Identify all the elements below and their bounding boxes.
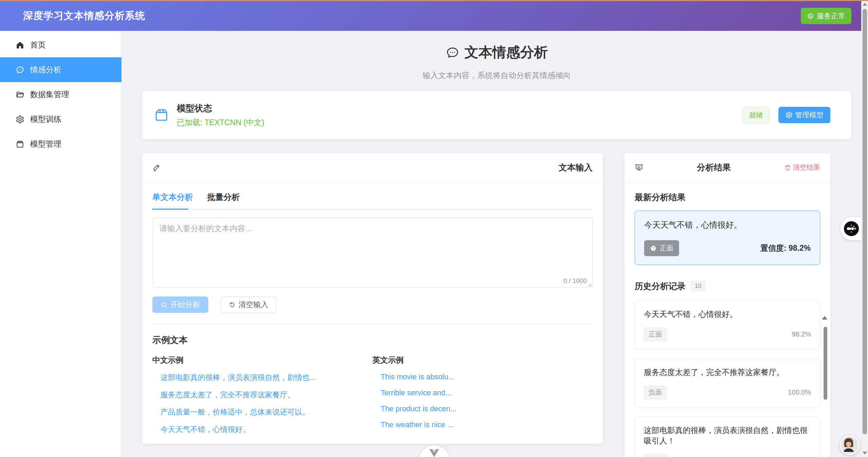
sidebar-item-dataset-management[interactable]: 数据集管理 [0, 82, 121, 107]
model-loaded-text: 已加载: TEXTCNN (中文) [177, 117, 264, 128]
example-link-zh[interactable]: 今天天气不错，心情很好。 [160, 424, 372, 435]
page-scrollbar[interactable] [861, 0, 868, 457]
start-analysis-button[interactable]: 开始分析 [152, 297, 208, 313]
floating-extension-widget[interactable] [841, 217, 862, 240]
scrollbar-down-arrow[interactable] [863, 452, 867, 455]
service-status-badge[interactable]: 服务正常 [801, 8, 851, 24]
history-item-text: 今天天气不错，心情很好。 [644, 309, 811, 320]
input-panel-title: 文本输入 [559, 162, 593, 173]
example-link-en[interactable]: This movie is absolu... [381, 373, 593, 381]
example-link-zh[interactable]: 这部电影真的很棒，演员表演很自然，剧情也... [160, 373, 372, 383]
history-sentiment-tag: 负面 [644, 385, 667, 399]
latest-result-text: 今天天气不错，心情很好。 [644, 220, 811, 230]
results-panel-title: 分析结果 [643, 162, 784, 173]
search-icon [160, 301, 168, 308]
dots-logo-icon [844, 221, 859, 236]
assistant-avatar[interactable] [840, 435, 860, 455]
page-title-text: 文本情感分析 [465, 43, 548, 62]
history-confidence: 100.0% [788, 388, 811, 396]
history-confidence: 98.2% [792, 330, 811, 338]
sidebar-item-model-management[interactable]: 模型管理 [0, 132, 121, 156]
divider [152, 324, 593, 324]
start-analysis-label: 开始分析 [170, 300, 200, 310]
refresh-icon [229, 301, 236, 308]
example-link-zh[interactable]: 服务态度太差了，完全不推荐这家餐厅。 [160, 390, 372, 400]
history-item[interactable]: 今天天气不错，心情很好。 正面 98.2% [635, 301, 820, 350]
chat-icon [446, 46, 459, 59]
connection-icon [807, 13, 814, 20]
service-status-label: 服务正常 [817, 11, 845, 21]
history-list: 今天天气不错，心情很好。 正面 98.2% 服务态度太差了，完全不推荐这家餐厅。… [635, 301, 820, 457]
example-link-en[interactable]: The product is decen... [381, 404, 593, 413]
app-title: 深度学习文本情感分析系统 [23, 9, 145, 23]
clear-results-label: 清空结果 [793, 163, 820, 172]
chinese-examples-title: 中文示例 [152, 355, 372, 365]
gear-icon [785, 111, 793, 119]
clear-input-label: 清空输入 [238, 300, 268, 310]
sentiment-badge: 正面 [644, 240, 679, 256]
page-title: 文本情感分析 [142, 43, 851, 62]
active-tab-indicator [152, 209, 188, 210]
text-input-wrapper: 0 / 1000 [152, 217, 593, 288]
scrollbar-up-arrow[interactable] [863, 3, 867, 6]
history-item-text: 服务态度太差了，完全不推荐这家餐厅。 [644, 367, 811, 378]
ready-badge: 就绪 [742, 107, 770, 124]
history-title: 历史分析记录 [635, 281, 686, 292]
main-area: 文本情感分析 输入文本内容，系统将自动分析其情感倾向 模型状态 已加载: TEX… [122, 31, 862, 457]
package-icon [154, 107, 169, 123]
tab-batch[interactable]: 批量分析 [207, 192, 240, 203]
history-item[interactable]: 这部电影真的很棒，演员表演很自然，剧情也很吸引人！ 正面 67.7% [635, 417, 820, 457]
manage-model-label: 管理模型 [795, 110, 824, 120]
latest-result-card: 今天天气不错，心情很好。 正面 置信度: 98.2% [635, 211, 820, 265]
trash-icon [784, 164, 791, 171]
resize-handle-icon[interactable] [587, 282, 592, 287]
chevron-down-icon [428, 448, 440, 457]
sidebar-item-model-training[interactable]: 模型训练 [0, 107, 121, 132]
example-link-en[interactable]: Terrible service and... [381, 388, 593, 397]
clear-input-button[interactable]: 清空输入 [220, 297, 276, 313]
analysis-tabs: 单文本分析 批量分析 [152, 192, 593, 203]
sidebar-item-label: 首页 [30, 40, 46, 50]
sidebar-item-label: 情感分析 [30, 64, 61, 75]
history-scrollbar-up-arrow[interactable] [822, 316, 827, 320]
sidebar: 首页 情感分析 数据集管理 模型训练 模型管理 [0, 31, 122, 457]
avatar-girl-icon [841, 436, 856, 452]
clear-results-button[interactable]: 清空结果 [784, 163, 820, 172]
text-input-panel: 文本输入 单文本分析 批量分析 0 / 1000 [142, 153, 603, 444]
page-subtitle: 输入文本内容，系统将自动分析其情感倾向 [142, 70, 851, 81]
sidebar-item-label: 模型训练 [30, 114, 61, 125]
english-examples-title: 英文示例 [372, 355, 593, 365]
model-status-title: 模型状态 [177, 102, 264, 114]
edit-pen-icon [152, 163, 161, 172]
history-sentiment-tag: 正面 [644, 327, 667, 341]
tab-single-text[interactable]: 单文本分析 [152, 192, 193, 203]
sidebar-item-label: 模型管理 [30, 139, 61, 149]
home-icon [16, 41, 24, 50]
model-status-card: 模型状态 已加载: TEXTCNN (中文) 就绪 管理模型 [142, 91, 851, 139]
data-board-icon [635, 163, 643, 172]
scrollbar-thumb[interactable] [863, 9, 867, 434]
history-count-badge: 10 [691, 281, 706, 291]
gear-icon [16, 115, 24, 124]
sidebar-item-label: 数据集管理 [30, 89, 69, 100]
example-link-en[interactable]: The weather is nice ... [381, 420, 593, 429]
history-sentiment-tag: 正面 [644, 454, 667, 457]
sidebar-item-sentiment-analysis[interactable]: 情感分析 [0, 57, 121, 82]
example-link-zh[interactable]: 产品质量一般，价格适中，总体来说还可以。 [160, 407, 372, 417]
analysis-text-input[interactable] [153, 218, 592, 287]
history-item[interactable]: 服务态度太差了，完全不推荐这家餐厅。 负面 100.0% [635, 359, 820, 408]
analysis-results-panel: 分析结果 清空结果 最新分析结果 今天天气不错，心情很好。 [624, 153, 830, 457]
latest-result-title: 最新分析结果 [635, 192, 820, 203]
box-icon [16, 140, 24, 149]
manage-model-button[interactable]: 管理模型 [778, 107, 830, 123]
tabs-track [152, 209, 593, 210]
question-circle-icon [650, 245, 657, 252]
examples-title: 示例文本 [152, 334, 593, 346]
sentiment-label: 正面 [660, 244, 673, 253]
history-scrollbar-thumb[interactable] [824, 327, 827, 400]
app-header: 深度学习文本情感分析系统 服务正常 [0, 1, 862, 31]
confidence-value: 置信度: 98.2% [760, 243, 811, 253]
folder-icon [16, 90, 24, 99]
sidebar-item-home[interactable]: 首页 [0, 33, 121, 57]
top-accent-strip [0, 0, 868, 1]
